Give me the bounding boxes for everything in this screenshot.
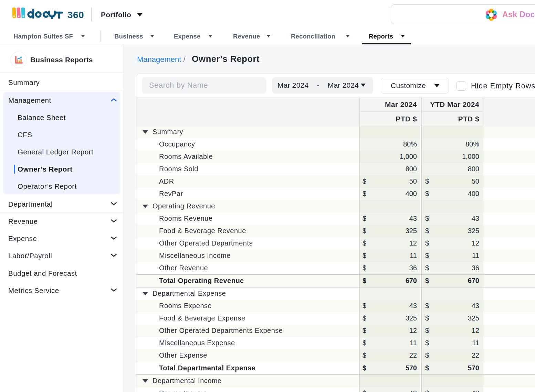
svg-text:360: 360	[67, 10, 84, 20]
